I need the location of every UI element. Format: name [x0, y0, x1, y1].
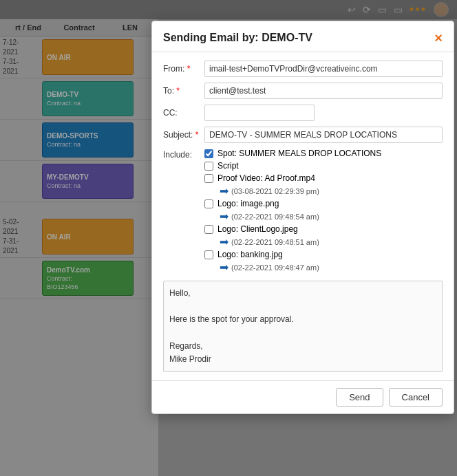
message-text: Hello,Here is the spot for your approval… [169, 287, 436, 366]
sub-item-image-date: ➡ (02-22-2021 09:48:54 am) [220, 211, 443, 222]
send-button[interactable]: Send [336, 388, 383, 407]
clientlogo-checkbox[interactable] [204, 225, 213, 234]
clientlogo-date-label: (02-22-2021 09:48:51 am) [231, 238, 319, 246]
include-items: Spot: SUMMER MEALS DROP LOCATIONS Script… [204, 149, 443, 275]
include-item-logo-image[interactable]: Logo: image.png [204, 199, 443, 208]
subject-row: Subject: * [163, 127, 443, 143]
script-label: Script [217, 161, 239, 171]
arrow-icon: ➡ [220, 262, 228, 273]
subject-input[interactable] [204, 127, 443, 143]
spot-label: Spot: SUMMER MEALS DROP LOCATIONS [217, 149, 381, 158]
clientlogo-label: Logo: ClientLogo.jpeg [217, 224, 298, 234]
arrow-icon: ➡ [220, 211, 228, 222]
modal-body: From: * To: * CC: Subject: * [152, 52, 454, 380]
from-label: From: * [163, 64, 204, 74]
modal-title: Sending Email by: DEMO-TV [163, 32, 312, 44]
to-label: To: * [163, 86, 204, 96]
logo-image-checkbox[interactable] [204, 199, 213, 208]
include-item-proof-video[interactable]: Proof Video: Ad Proof.mp4 [204, 173, 443, 183]
message-area: Hello,Here is the spot for your approval… [163, 281, 443, 372]
arrow-icon: ➡ [220, 237, 228, 248]
to-row: To: * [163, 83, 443, 99]
arrow-icon: ➡ [220, 186, 228, 197]
proof-date-label: (03-08-2021 02:29:39 pm) [231, 187, 319, 195]
cc-row: CC: [163, 105, 443, 121]
proof-video-checkbox[interactable] [204, 174, 213, 183]
required-star: * [187, 64, 191, 74]
include-item-logo-banking[interactable]: Logo: banking.jpg [204, 250, 443, 259]
banking-checkbox[interactable] [204, 250, 213, 259]
cc-input[interactable] [204, 105, 315, 121]
close-button[interactable]: × [434, 31, 443, 45]
proof-video-label: Proof Video: Ad Proof.mp4 [217, 173, 315, 183]
sub-item-clientlogo-date: ➡ (02-22-2021 09:48:51 am) [220, 237, 443, 248]
banking-label: Logo: banking.jpg [217, 250, 283, 259]
sub-item-banking-date: ➡ (02-22-2021 09:48:47 am) [220, 262, 443, 273]
spot-checkbox[interactable] [204, 149, 213, 158]
from-row: From: * [163, 61, 443, 77]
sub-item-proof-date: ➡ (03-08-2021 02:29:39 pm) [220, 186, 443, 197]
include-row: Include: Spot: SUMMER MEALS DROP LOCATIO… [163, 149, 443, 275]
banking-date-label: (02-22-2021 09:48:47 am) [231, 263, 319, 272]
subject-label: Subject: * [163, 130, 204, 140]
to-input[interactable] [204, 83, 443, 99]
logo-image-label: Logo: image.png [217, 199, 279, 208]
required-star: * [195, 130, 199, 140]
include-item-script[interactable]: Script [204, 161, 443, 171]
required-star: * [176, 86, 180, 96]
from-input[interactable] [204, 61, 443, 77]
include-label: Include: [163, 149, 204, 160]
include-item-spot[interactable]: Spot: SUMMER MEALS DROP LOCATIONS [204, 149, 443, 158]
cc-label: CC: [163, 108, 204, 118]
modal-footer: Send Cancel [152, 380, 454, 413]
image-date-label: (02-22-2021 09:48:54 am) [231, 213, 319, 221]
modal-header: Sending Email by: DEMO-TV × [152, 21, 454, 52]
cancel-button[interactable]: Cancel [389, 388, 443, 407]
email-modal: Sending Email by: DEMO-TV × From: * To: … [151, 21, 454, 414]
include-item-logo-clientlogo[interactable]: Logo: ClientLogo.jpeg [204, 224, 443, 234]
script-checkbox[interactable] [204, 162, 213, 171]
